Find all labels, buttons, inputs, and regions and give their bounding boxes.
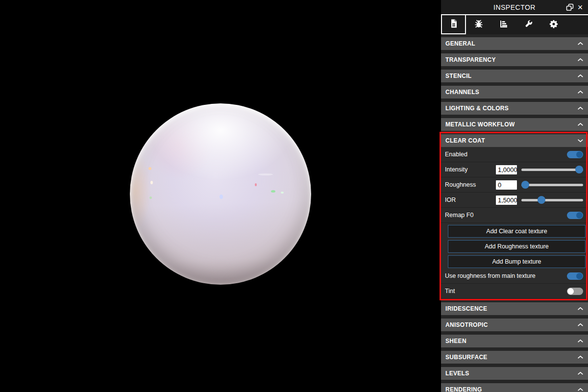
3d-viewport[interactable] (0, 0, 441, 392)
section-header-subsurface[interactable]: SUBSURFACE (441, 351, 588, 364)
stats-icon (499, 19, 509, 31)
section-header-rendering[interactable]: RENDERING (441, 383, 588, 392)
roughness-slider[interactable] (521, 181, 583, 189)
row-enabled: Enabled (441, 147, 588, 162)
tab-debug[interactable] (466, 15, 491, 34)
add-bump-texture-button[interactable]: Add Bump texture (448, 255, 586, 268)
close-icon[interactable]: × (575, 2, 585, 12)
section-rendering: RENDERING (441, 383, 588, 392)
section-header-iridescence[interactable]: IRIDESCENCE (441, 302, 588, 315)
intensity-label: Intensity (445, 166, 496, 173)
chevron-up-icon (577, 371, 584, 375)
chevron-up-icon (577, 58, 584, 62)
reflection-glint (149, 196, 152, 199)
section-levels: LEVELS (441, 367, 588, 380)
section-body-clear-coat: EnabledIntensityRoughnessIORRemap F0Add … (441, 147, 588, 299)
tab-properties[interactable] (441, 15, 466, 34)
slider-track (521, 169, 583, 171)
chevron-up-icon (577, 42, 584, 46)
slider-handle[interactable] (575, 166, 583, 173)
section-label: LEVELS (445, 370, 469, 377)
reflection-glint (271, 190, 275, 193)
chevron-up-icon (577, 106, 584, 110)
section-sheen: SHEEN (441, 335, 588, 347)
section-label: ANISOTROPIC (445, 321, 488, 328)
slider-track (521, 199, 583, 201)
section-header-levels[interactable]: LEVELS (441, 367, 588, 380)
section-label: TRANSPARENCY (445, 56, 496, 63)
remap-f0-label: Remap F0 (445, 212, 473, 219)
section-label: METALLIC WORKFLOW (445, 121, 515, 128)
chevron-up-icon (577, 388, 584, 392)
ior-slider[interactable] (521, 196, 583, 204)
section-channels: CHANNELS (441, 86, 588, 98)
toggle-knob (576, 212, 583, 219)
section-label: IRIDESCENCE (445, 305, 487, 312)
toggle-knob (576, 151, 583, 158)
tab-tools[interactable] (516, 15, 541, 34)
section-general: GENERAL (441, 37, 588, 50)
section-label: SHEEN (445, 338, 466, 344)
tint-label: Tint (445, 288, 455, 294)
sections-list: GENERALTRANSPARENCYSTENCILCHANNELSLIGHTI… (441, 37, 588, 392)
row-roughness: Roughness (441, 177, 588, 193)
tab-strip (441, 14, 588, 34)
chevron-up-icon (577, 339, 584, 343)
bug-icon (474, 19, 484, 31)
popup-window-icon[interactable] (565, 2, 575, 12)
roughness-label: Roughness (445, 181, 496, 188)
reflection-glint (150, 181, 153, 184)
section-lighting-colors: LIGHTING & COLORS (441, 102, 588, 115)
wrench-icon (524, 19, 534, 31)
roughness-input[interactable] (496, 180, 517, 190)
add-roughness-texture-button[interactable]: Add Roughness texture (448, 240, 586, 253)
section-header-general[interactable]: GENERAL (441, 37, 588, 50)
slider-handle[interactable] (521, 181, 529, 189)
tab-statistics[interactable] (491, 15, 516, 34)
inspector-panel: INSPECTOR × GENERALTRANSPARENCYSTENCILCH… (441, 0, 588, 392)
gear-icon (549, 19, 559, 31)
section-header-anisotropic[interactable]: ANISOTROPIC (441, 318, 588, 331)
section-subsurface: SUBSURFACE (441, 351, 588, 364)
section-header-sheen[interactable]: SHEEN (441, 335, 588, 347)
add-clear-coat-texture-button[interactable]: Add Clear coat texture (448, 225, 586, 238)
section-header-clear-coat[interactable]: CLEAR COAT (441, 134, 588, 147)
section-anisotropic: ANISOTROPIC (441, 318, 588, 331)
section-header-metallic-workflow[interactable]: METALLIC WORKFLOW (441, 118, 588, 131)
tab-settings[interactable] (541, 15, 566, 34)
section-label: CLEAR COAT (445, 137, 485, 144)
section-header-transparency[interactable]: TRANSPARENCY (441, 53, 588, 66)
preview-sphere (130, 103, 311, 285)
section-label: RENDERING (445, 386, 482, 392)
use-roughness-from-main-texture-toggle[interactable] (567, 272, 583, 280)
ior-input[interactable] (496, 196, 517, 205)
inspector-titlebar: INSPECTOR × (441, 0, 588, 14)
section-header-channels[interactable]: CHANNELS (441, 86, 588, 98)
section-stencil: STENCIL (441, 70, 588, 82)
chevron-up-icon (577, 122, 584, 126)
slider-handle[interactable] (538, 196, 545, 204)
reflection-glint (281, 192, 284, 194)
enabled-label: Enabled (445, 151, 467, 158)
tint-toggle[interactable] (567, 288, 583, 295)
section-transparency: TRANSPARENCY (441, 53, 588, 66)
remap-f0-toggle[interactable] (567, 212, 583, 219)
section-label: SUBSURFACE (445, 354, 488, 361)
chevron-up-icon (577, 74, 584, 78)
intensity-slider[interactable] (521, 166, 583, 173)
file-icon (449, 19, 459, 30)
chevron-down-icon (577, 139, 584, 143)
slider-track (521, 184, 583, 186)
section-header-stencil[interactable]: STENCIL (441, 70, 588, 82)
intensity-input[interactable] (496, 165, 517, 174)
toggle-knob (567, 288, 574, 294)
ior-label: IOR (445, 196, 496, 203)
section-iridescence: IRIDESCENCE (441, 302, 588, 315)
section-clear-coat: CLEAR COATEnabledIntensityRoughnessIORRe… (441, 134, 588, 299)
enabled-toggle[interactable] (567, 151, 583, 158)
section-header-lighting-colors[interactable]: LIGHTING & COLORS (441, 102, 588, 115)
row-intensity: Intensity (441, 162, 588, 177)
chevron-up-icon (577, 323, 584, 327)
section-label: LIGHTING & COLORS (445, 105, 509, 112)
row-tint: Tint (441, 284, 588, 299)
